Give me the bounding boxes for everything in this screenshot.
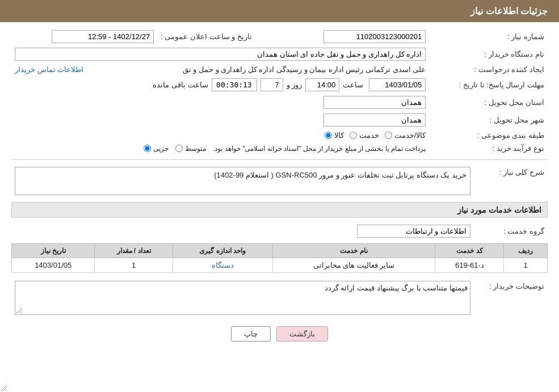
table-row: 1 د-61-619 سایر فعالیت های مخابراتی دستگ… — [12, 258, 548, 273]
service-code: د-61-619 — [435, 258, 504, 273]
buyer-notes-value: قیمتها متناسب با برگ پیشنهاد قیمت ارائه … — [325, 284, 468, 292]
col-header-service-name: نام خدمت — [272, 244, 435, 258]
deadline-days-label: روز و — [287, 81, 302, 89]
back-button[interactable]: بازگشت — [276, 326, 328, 342]
service-group-input[interactable] — [357, 225, 470, 238]
buyer-notes-box: قیمتها متناسب با برگ پیشنهاد قیمت ارائه … — [15, 281, 470, 315]
need-number-label: شماره نیاز : — [429, 28, 548, 45]
announcement-date-label: تاریخ و ساعت اعلان عمومی : — [157, 28, 283, 45]
category-kala-option[interactable]: کالا — [325, 131, 344, 140]
category-kala-khedmat-option[interactable]: کالا/خدمت — [385, 131, 426, 140]
creator-contact-link[interactable]: اطلاعات تماس خریدار — [15, 65, 83, 74]
service-group-table: گروه خدمت : — [11, 222, 548, 240]
announcement-date-input[interactable] — [52, 30, 154, 43]
buyer-notes-resize-icon — [16, 307, 22, 313]
city-input[interactable] — [323, 113, 426, 127]
purchase-jozvi-label: جزیی — [153, 145, 169, 153]
requester-org-input[interactable] — [15, 48, 426, 61]
deadline-time-input[interactable] — [305, 78, 339, 91]
col-header-service-code: کد خدمت — [435, 244, 504, 258]
service-group-label: گروه خدمت : — [474, 222, 548, 240]
services-table: ردیف کد خدمت نام خدمت واحد اندازه گیری ت… — [11, 243, 548, 273]
deadline-days-input[interactable] — [260, 78, 283, 91]
need-desc-table: شرح کلی نیاز : خرید یک دستگاه پرتابل ثبت… — [11, 165, 548, 197]
need-desc-box: خرید یک دستگاه پرتابل ثبت تخلفات عبور و … — [15, 167, 470, 195]
info-table: شماره نیاز : تاریخ و ساعت اعلان عمومی : … — [11, 28, 548, 155]
quantity-cell: 1 — [95, 258, 173, 273]
date-cell: 1403/01/05 — [12, 258, 95, 273]
purchase-jozvi-option[interactable]: جزیی — [144, 145, 169, 153]
page-title: جزئیات اطلاعات نیاز — [470, 6, 548, 16]
button-row: بازگشت چاپ — [11, 326, 548, 342]
need-desc-value: خرید یک دستگاه پرتابل ثبت تخلفات عبور و … — [214, 171, 466, 179]
row-num: 1 — [504, 258, 548, 273]
category-kala-khedmat-label: کالا/خدمت — [394, 131, 426, 140]
category-khedmat-option[interactable]: خدمت — [350, 131, 379, 140]
col-header-date: تاریخ نیاز — [12, 244, 95, 258]
category-label: طبقه بندی موضوعی : — [429, 129, 548, 142]
col-header-row-num: ردیف — [504, 244, 548, 258]
services-section-title: اطلاعات خدمات مورد نیاز — [11, 202, 548, 218]
category-khedmat-radio[interactable] — [350, 132, 357, 139]
creator-value: علی اسدی ترکمانی رئیس اداره بیمان و رسید… — [87, 65, 426, 74]
purchase-jozvi-radio[interactable] — [144, 145, 151, 152]
deadline-remaining-input[interactable] — [212, 78, 257, 91]
deadline-remaining-label: ساعت باقی مانده — [153, 81, 208, 89]
need-number-input[interactable] — [323, 30, 426, 43]
city-label: شهر محل تحویل : — [429, 111, 548, 129]
creator-label: ایجاد کننده درخواست : — [429, 63, 548, 76]
province-input[interactable] — [323, 96, 426, 109]
svg-line-5 — [21, 312, 22, 313]
purchase-type-desc: پرداخت تمام یا بخشی از مبلغ خریدار از مح… — [213, 145, 426, 153]
category-kala-label: کالا — [334, 131, 344, 140]
purchase-motavasset-radio[interactable] — [175, 145, 183, 152]
buyer-notes-label: توضیحات خریدار : — [474, 279, 548, 317]
print-button[interactable]: چاپ — [231, 326, 271, 342]
col-header-unit: واحد اندازه گیری — [173, 244, 272, 258]
category-kala-radio[interactable] — [325, 132, 332, 139]
service-name: سایر فعالیت های مخابراتی — [272, 258, 435, 273]
deadline-date-input[interactable] — [369, 78, 426, 91]
requester-org-label: نام دستگاه خریدار : — [429, 45, 548, 63]
resize-icon — [1, 385, 7, 391]
page-header: جزئیات اطلاعات نیاز — [0, 0, 559, 22]
purchase-motavasset-option[interactable]: متوسط — [175, 145, 206, 153]
buyer-notes-table: توضیحات خریدار : قیمتها متناسب با برگ پی… — [11, 279, 548, 317]
category-khedmat-label: خدمت — [359, 131, 379, 140]
purchase-motavasset-label: متوسط — [185, 145, 206, 153]
need-desc-label: شرح کلی نیاز : — [474, 165, 548, 197]
svg-line-2 — [6, 390, 7, 391]
province-label: استان محل تحویل : — [429, 94, 548, 111]
unit-cell[interactable]: دستگاه — [173, 258, 272, 273]
category-kala-khedmat-radio[interactable] — [385, 132, 392, 139]
col-header-quantity: تعداد / مقدار — [95, 244, 173, 258]
purchase-type-label: نوع فرآیند خرید : — [429, 142, 548, 155]
deadline-label: مهلت ارسال پاسخ: تا تاریخ : — [429, 76, 548, 94]
deadline-time-label: ساعت — [343, 81, 363, 89]
